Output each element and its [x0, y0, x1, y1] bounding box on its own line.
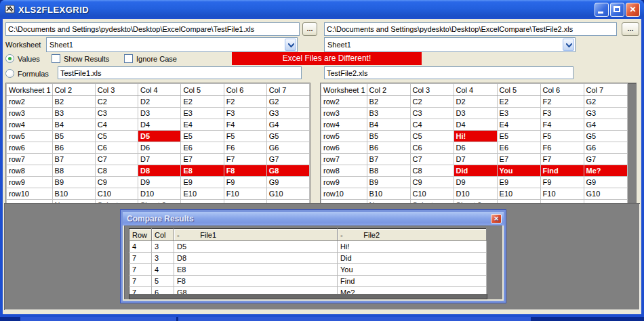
grid-cell[interactable]: D10 [138, 188, 181, 200]
grid-cell[interactable]: F9 [540, 177, 584, 188]
grid-cell[interactable]: E9 [497, 177, 540, 188]
grid-cell[interactable]: 4 [129, 241, 152, 253]
grid-cell[interactable]: F3 [540, 108, 584, 119]
grid-cell[interactable]: D5 [174, 241, 338, 253]
grid-cell[interactable]: C9 [410, 177, 454, 188]
grid-cell[interactable]: B7 [367, 154, 410, 165]
grid-cell[interactable]: C3 [410, 108, 454, 119]
column-header[interactable]: Col [152, 229, 174, 241]
grid-cell[interactable]: 7 [129, 253, 152, 264]
grid-cell[interactable]: row8 [7, 165, 53, 177]
grid-cell[interactable]: B10 [367, 188, 410, 200]
grid-cell[interactable]: D3 [138, 108, 181, 119]
grid-cell[interactable]: B8 [367, 165, 410, 177]
grid-cell[interactable]: D2 [454, 96, 497, 108]
grid-cell[interactable]: row2 [7, 96, 53, 108]
chevron-down-icon[interactable] [563, 39, 574, 51]
grid-cell[interactable]: row6 [7, 142, 53, 154]
grid-cell[interactable]: C4 [410, 119, 454, 131]
grid-cell[interactable]: B4 [367, 119, 410, 131]
grid-cell[interactable]: B6 [367, 142, 410, 154]
grid-cell[interactable]: B2 [367, 96, 410, 108]
grid-cell[interactable]: 3 [152, 241, 174, 253]
grid-cell[interactable]: D9 [138, 177, 181, 188]
column-header[interactable]: Worksheet 1 [7, 84, 53, 96]
grid-cell[interactable]: Did [338, 253, 487, 264]
grid-cell[interactable]: row8 [321, 165, 367, 177]
grid-cell[interactable]: Me? [584, 165, 627, 177]
column-header[interactable]: - File1 [174, 229, 338, 241]
grid-cell[interactable]: F4 [540, 119, 584, 131]
grid-cell[interactable]: B9 [52, 177, 95, 188]
grid-cell[interactable]: D9 [454, 177, 497, 188]
grid-cell[interactable]: B10 [52, 188, 95, 200]
grid-cell[interactable]: row9 [7, 177, 53, 188]
grid-cell[interactable]: E5 [497, 131, 540, 142]
grid-cell[interactable]: E4 [181, 119, 224, 131]
grid-cell[interactable]: G6 [266, 142, 309, 154]
grid-cell[interactable]: C6 [95, 142, 138, 154]
grid-cell[interactable]: D5 [138, 131, 181, 142]
grid-cell[interactable]: 5 [152, 276, 174, 287]
grid-cell[interactable]: C3 [95, 108, 138, 119]
grid-cell[interactable]: D4 [454, 119, 497, 131]
column-header[interactable]: Col 7 [584, 84, 627, 96]
grid-cell[interactable]: E6 [181, 142, 224, 154]
grid-cell[interactable]: Hi! [454, 131, 497, 142]
grid-cell[interactable]: D7 [454, 154, 497, 165]
column-header[interactable]: Col 3 [410, 84, 454, 96]
grid-cell[interactable]: F5 [540, 131, 584, 142]
grid-cell[interactable]: G7 [584, 154, 627, 165]
grid-cell[interactable]: D10 [454, 188, 497, 200]
grid-cell[interactable]: E3 [181, 108, 224, 119]
grid-cell[interactable]: G10 [266, 188, 309, 200]
file2-path-input[interactable]: C:\Documents and Settings\pydeskto\Deskt… [324, 22, 617, 36]
grid-cell[interactable]: G6 [584, 142, 627, 154]
column-header[interactable]: Col 3 [95, 84, 138, 96]
file1-name-input[interactable]: TestFile1.xls [58, 66, 302, 79]
worksheet-select-left[interactable]: Sheet1 [46, 37, 298, 52]
grid-cell[interactable]: C5 [95, 131, 138, 142]
grid-cell[interactable]: G3 [584, 108, 627, 119]
grid-cell[interactable]: D3 [454, 108, 497, 119]
values-radio[interactable] [5, 54, 14, 63]
file2-name-input[interactable]: TestFile2.xls [324, 66, 573, 79]
grid-cell[interactable]: E7 [181, 154, 224, 165]
grid-cell[interactable]: Hi! [338, 241, 487, 253]
grid-cell[interactable]: G4 [266, 119, 309, 131]
column-header[interactable]: Row [129, 229, 152, 241]
grid-cell[interactable]: E8 [181, 165, 224, 177]
grid-cell[interactable]: D6 [138, 142, 181, 154]
grid-cell[interactable]: row7 [321, 154, 367, 165]
column-header[interactable]: Col 2 [367, 84, 410, 96]
show-results-checkbox[interactable] [52, 54, 60, 63]
grid-cell[interactable]: C8 [95, 165, 138, 177]
grid-cell[interactable]: D8 [174, 253, 338, 264]
grid-cell[interactable]: 4 [152, 264, 174, 276]
grid-cell[interactable]: E2 [497, 96, 540, 108]
file1-path-input[interactable]: C:\Documents and Settings\pydeskto\Deskt… [5, 22, 300, 36]
grid-cell[interactable]: B2 [52, 96, 95, 108]
grid-cell[interactable]: E4 [497, 119, 540, 131]
grid-cell[interactable]: B3 [367, 108, 410, 119]
grid-cell[interactable]: E6 [497, 142, 540, 154]
chevron-down-icon[interactable] [285, 39, 296, 51]
grid-cell[interactable]: B5 [52, 131, 95, 142]
grid-cell[interactable]: G3 [266, 108, 309, 119]
column-header[interactable]: Col 4 [454, 84, 497, 96]
grid-cell[interactable]: G2 [584, 96, 627, 108]
close-button[interactable]: ✕ [626, 3, 640, 17]
grid-cell[interactable]: E10 [181, 188, 224, 200]
grid-cell[interactable]: F2 [224, 96, 266, 108]
grid-cell[interactable]: F7 [224, 154, 266, 165]
column-header[interactable]: Col 2 [52, 84, 95, 96]
grid-cell[interactable]: F10 [224, 188, 266, 200]
grid-cell[interactable]: row3 [7, 108, 53, 119]
grid-cell[interactable]: E10 [497, 188, 540, 200]
grid-cell[interactable]: G7 [266, 154, 309, 165]
grid-cell[interactable]: F2 [540, 96, 584, 108]
grid-cell[interactable]: Find [338, 276, 487, 287]
grid-cell[interactable]: B9 [367, 177, 410, 188]
grid-cell[interactable]: D2 [138, 96, 181, 108]
grid-cell[interactable]: E9 [181, 177, 224, 188]
